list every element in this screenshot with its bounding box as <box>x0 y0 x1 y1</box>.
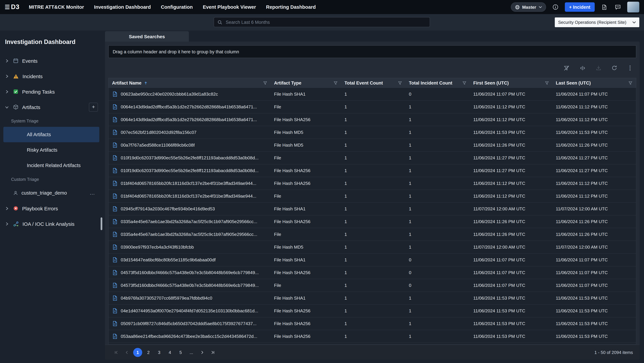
file-icon <box>112 334 118 339</box>
first-page-button[interactable] <box>112 348 121 357</box>
sidebar-item-all-artifacts[interactable]: All Artifacts <box>3 127 99 142</box>
sidebar-item-playbook-errors[interactable]: Playbook Errors <box>0 200 103 216</box>
clear-filters-icon[interactable] <box>564 65 570 71</box>
nav-event-playbook-viewer[interactable]: Event Playbook Viewer <box>203 4 256 10</box>
table-row[interactable]: 01bf404d06578165bb20fc18116d3cf137e2be4f… <box>109 190 636 203</box>
sidebar-item-incidents[interactable]: Incidents <box>0 68 103 84</box>
file-icon <box>112 270 118 276</box>
total-event-count: 1 <box>341 266 406 279</box>
next-page-button[interactable] <box>198 348 206 357</box>
page-button-3[interactable]: 3 <box>155 348 164 357</box>
page-button-5[interactable]: 5 <box>176 348 185 357</box>
previous-page-button[interactable] <box>122 348 132 357</box>
table-row[interactable]: 0335a4e45e67aeb1ae3bd2fa3268a7ac5f25c9c1… <box>109 228 636 241</box>
column-header-total-incident-count[interactable]: Total Incident Count <box>406 78 470 88</box>
page-button-more[interactable]: ... <box>187 348 196 357</box>
page-button-4[interactable]: 4 <box>165 348 174 357</box>
total-event-count: 1 <box>341 292 406 304</box>
total-event-count: 1 <box>341 330 406 342</box>
table-row[interactable]: 04b976fa3073052707cc68f5979ea7fdbbd94c0F… <box>109 292 636 304</box>
sort-ascending-icon <box>144 81 148 85</box>
filter-icon[interactable] <box>398 81 402 85</box>
table-row[interactable]: 00623abe950cc240e02092cbbb61a39d1a83c82c… <box>109 88 636 101</box>
table-row[interactable]: 04573f5d160dbbcf4666c575a438e0b7e3c5b804… <box>109 266 636 279</box>
artifact-name: 01bf404d06578165bb20fc18116d3cf137e2be4f… <box>121 181 256 186</box>
table-row[interactable]: 00a7f767a5ed588ce11066f89cb6c08fFile Has… <box>109 139 636 152</box>
table-row[interactable]: 053aa86ee214fbecba966264c473bee2e3ba6cc1… <box>109 330 636 343</box>
table-row[interactable]: 0064e143d9dad2dffbcd5a3b1d2e27b2662d8286… <box>109 101 636 114</box>
add-artifact-view-button[interactable]: + <box>89 102 98 112</box>
table-row[interactable]: 02945cff79143a2030c467fbe934b0e416d9ed53… <box>109 203 636 216</box>
filter-icon[interactable] <box>334 81 338 85</box>
file-icon <box>112 295 118 301</box>
add-incident-button[interactable]: + Incident <box>565 2 595 12</box>
filter-icon[interactable] <box>628 81 632 85</box>
column-header-total-event-count[interactable]: Total Event Count <box>341 78 406 88</box>
table-row[interactable]: 050971cb09f8727c846d5cb650d37042ddd5ae8b… <box>109 317 636 330</box>
table-row[interactable]: 0064e143d9dad2dffbcd5a3b1d2e27b2662d8286… <box>109 114 636 126</box>
table-row[interactable]: 0335a4e45e67aeb1ae3bd2fa3268a7ac5f25c9c1… <box>109 216 636 228</box>
artifact-name: 04e1d40744953a0f0070e279404f4fd7d052135e… <box>121 308 258 313</box>
grid-toolbar: ⋮ <box>108 58 636 78</box>
total-incident-count: 1 <box>406 114 470 126</box>
sidebar-item-pending-tasks[interactable]: Pending Tasks <box>0 84 103 99</box>
sidebar-item-incident-related-artifacts[interactable]: Incident Related Artifacts <box>3 158 99 173</box>
sidebar-item-events[interactable]: Events <box>0 53 103 68</box>
sidebar-resize-handle[interactable] <box>100 218 102 230</box>
filter-icon[interactable] <box>545 81 549 85</box>
more-options-icon[interactable]: … <box>90 190 95 196</box>
table-row[interactable]: 05b174ead30d77240dad785b2c0a2587File Has… <box>109 343 636 344</box>
sidebar-item-label: Playbook Errors <box>22 206 58 211</box>
table-row[interactable]: 01bf404d06578165bb20fc18116d3cf137e2be4f… <box>109 177 636 190</box>
search-input[interactable] <box>225 19 426 25</box>
page-button-2[interactable]: 2 <box>144 348 153 357</box>
artifact-name: 02945cff79143a2030c467fbe934b0e416d9ed53 <box>121 206 215 211</box>
more-options-icon[interactable]: ⋮ <box>627 64 633 72</box>
column-header-first-seen[interactable]: First Seen (UTC) <box>470 78 552 88</box>
table-row[interactable]: 010f19d0c620373d990ec55e5b26e2fe8ff12119… <box>109 152 636 164</box>
nav-configuration[interactable]: Configuration <box>161 4 193 10</box>
sidebar-item-risky-artifacts[interactable]: Risky Artifacts <box>3 142 99 158</box>
table-row[interactable]: 04e1d40744953a0f0070e279404f4fd7d052135e… <box>109 304 636 317</box>
nav-investigation-dashboard[interactable]: Investigation Dashboard <box>94 4 151 10</box>
report-document-icon[interactable] <box>600 3 608 12</box>
sidebar-item-ioa-ioc-link-analysis[interactable]: IOA / IOC Link Analysis <box>0 216 103 232</box>
table-row[interactable]: 007ec562bf21d8020402d92f8a156c07File Has… <box>109 126 636 139</box>
nav-reporting-dashboard[interactable]: Reporting Dashboard <box>266 4 316 10</box>
info-icon[interactable] <box>551 3 560 12</box>
artifact-type: File Hash SHA256 <box>271 164 341 177</box>
pagination-controls: 1 2 3 4 5 ... <box>112 348 217 357</box>
total-incident-count: 1 <box>406 304 470 317</box>
filter-icon[interactable] <box>263 81 267 85</box>
table-row[interactable]: 010f19d0c620373d990ec55e5b26e2fe8ff12119… <box>109 164 636 177</box>
column-reorder-icon[interactable] <box>580 65 586 71</box>
file-icon <box>112 104 118 110</box>
artifact-type: File Hash SHA256 <box>271 330 341 342</box>
table-row[interactable]: 04573f5d160dbbcf4666c575a438e0b7e3c5b804… <box>109 279 636 292</box>
table-row[interactable]: 03d154647ea6bcf6bc80b55e1185c9b6abaa00df… <box>109 254 636 266</box>
nav-mitre-attack-monitor[interactable]: MITRE ATT&CK Monitor <box>29 4 84 10</box>
user-avatar[interactable] <box>627 2 639 12</box>
master-selector[interactable]: Master <box>511 2 546 12</box>
site-selector-dropdown[interactable]: Security Operations (Recipient Site) <box>555 18 639 27</box>
column-header-artifact-name[interactable]: Artifact Name <box>109 78 271 88</box>
grid-panel: Drag a column header and drop it here to… <box>105 42 640 360</box>
chat-icon[interactable] <box>614 3 622 12</box>
last-page-button[interactable] <box>208 348 217 357</box>
artifact-name: 0064e143d9dad2dffbcd5a3b1d2e27b2662d8286… <box>121 117 257 122</box>
first-seen: 11/06/2024 11:07 PM UTC <box>470 254 552 266</box>
group-by-drop-zone[interactable]: Drag a column header and drop it here to… <box>108 45 636 58</box>
task-check-icon <box>13 89 18 94</box>
first-seen: 11/06/2024 11:26 PM UTC <box>470 228 552 240</box>
sidebar-item-custom-triage-demo[interactable]: custom_triage_demo … <box>0 185 103 200</box>
last-seen: 11/06/2024 11:12 PM UTC <box>552 177 636 190</box>
d3-logo[interactable]: ☰ D3 <box>5 3 20 11</box>
table-row[interactable]: 03900ee97f937ecb4a3cf43f610bfcbbFile Has… <box>109 241 636 254</box>
tab-saved-searches[interactable]: Saved Searches <box>105 31 189 42</box>
filter-icon[interactable] <box>462 81 466 85</box>
column-header-artifact-type[interactable]: Artifact Type <box>271 78 341 88</box>
sidebar-item-artifacts[interactable]: Artifacts + <box>0 99 103 115</box>
page-button-1[interactable]: 1 <box>133 348 142 357</box>
column-header-last-seen[interactable]: Last Seen (UTC) <box>552 78 636 88</box>
refresh-icon[interactable] <box>612 65 617 71</box>
